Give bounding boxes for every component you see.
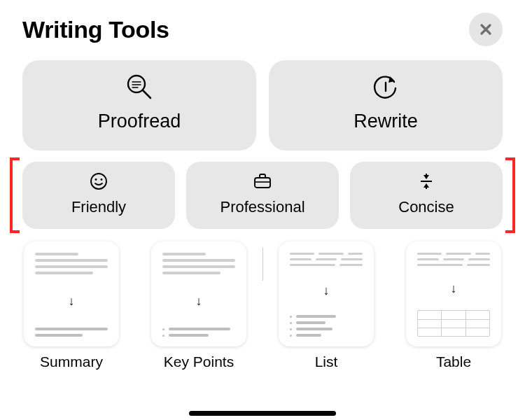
list-label: List (315, 354, 338, 370)
svg-line-1 (143, 90, 150, 98)
key-points-result-icon (162, 328, 235, 337)
summary-button[interactable] (24, 241, 119, 346)
table-icon (417, 253, 490, 266)
svg-rect-9 (255, 178, 270, 188)
smiley-icon (89, 172, 108, 191)
svg-point-6 (91, 174, 106, 189)
magnifier-list-icon (125, 73, 153, 101)
list-result-icon (290, 315, 363, 337)
redo-circle-icon (372, 73, 400, 101)
list-col: List (279, 241, 374, 370)
table-result-icon (417, 310, 490, 337)
arrow-down-icon (194, 296, 204, 306)
list-icon (290, 253, 363, 266)
key-points-label: Key Points (164, 354, 234, 370)
friendly-label: Friendly (71, 198, 126, 216)
arrow-down-icon (449, 284, 458, 293)
table-button[interactable] (406, 241, 501, 346)
rewrite-button[interactable]: Rewrite (269, 60, 503, 150)
key-points-icon (162, 253, 235, 274)
tone-actions-row: Friendly Professional Concise (22, 162, 503, 229)
professional-label: Professional (220, 198, 304, 216)
format-actions-row: Summary Key Points (22, 241, 503, 370)
summary-icon (35, 253, 108, 274)
summary-col: Summary (24, 241, 119, 370)
summary-result-icon (35, 328, 108, 337)
arrow-down-icon (321, 286, 331, 295)
compress-icon (416, 172, 436, 191)
list-button[interactable] (279, 241, 374, 346)
proofread-label: Proofread (98, 111, 181, 132)
divider (262, 247, 263, 281)
table-col: Table (406, 241, 501, 370)
table-label: Table (436, 354, 471, 370)
highlight-bracket-right (512, 158, 515, 233)
svg-point-8 (101, 178, 103, 181)
concise-label: Concise (398, 198, 454, 216)
concise-button[interactable]: Concise (350, 162, 503, 229)
close-button[interactable] (469, 13, 503, 46)
primary-actions-row: Proofread Rewrite (22, 60, 503, 150)
key-points-button[interactable] (151, 241, 246, 346)
close-icon (479, 22, 493, 36)
highlight-bracket-left (10, 158, 13, 233)
svg-point-7 (95, 178, 97, 181)
panel-title: Writing Tools (22, 16, 169, 43)
rewrite-label: Rewrite (354, 111, 418, 132)
arrow-down-icon (66, 296, 76, 306)
header: Writing Tools (22, 13, 503, 46)
summary-label: Summary (40, 354, 103, 370)
home-indicator (189, 411, 336, 416)
briefcase-icon (252, 172, 273, 191)
friendly-button[interactable]: Friendly (22, 162, 175, 229)
professional-button[interactable]: Professional (186, 162, 339, 229)
key-points-col: Key Points (151, 241, 246, 370)
proofread-button[interactable]: Proofread (22, 60, 256, 150)
